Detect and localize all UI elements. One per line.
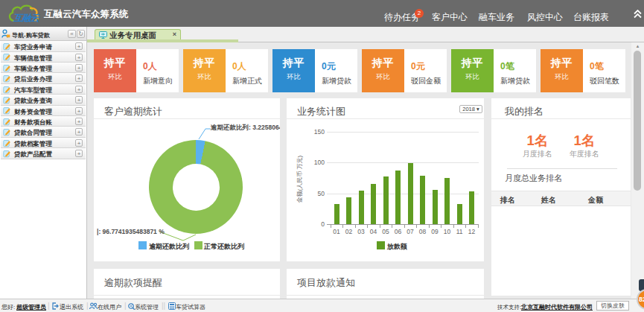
svg-text:互融云: 互融云 bbox=[13, 13, 40, 23]
